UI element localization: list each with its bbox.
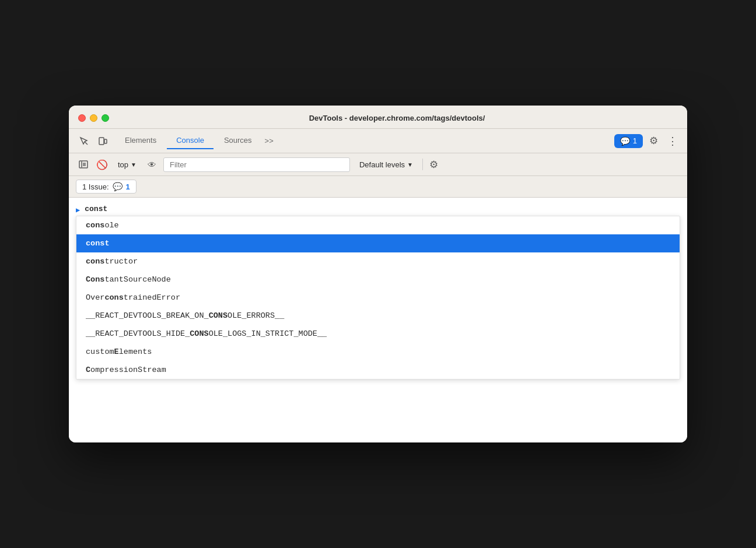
- match-text: CONS: [190, 329, 208, 338]
- suffix-text: ole: [104, 221, 118, 230]
- autocomplete-item-customelements[interactable]: customElements: [76, 343, 680, 361]
- suffix-text: tructor: [104, 257, 138, 266]
- issues-bar: 1 Issue: 💬 1: [69, 176, 687, 198]
- close-button[interactable]: [78, 114, 86, 122]
- tab-list: Elements Console Sources >>: [116, 132, 276, 149]
- tab-sources[interactable]: Sources: [215, 132, 261, 149]
- svg-line-0: [85, 142, 88, 145]
- issue-badge[interactable]: 💬 1: [614, 134, 643, 148]
- console-arrow-icon: ▶: [76, 206, 80, 215]
- suffix-text: ompressionStream: [90, 366, 166, 374]
- inspect-element-button[interactable]: [76, 133, 92, 149]
- window-title: DevTools - developer.chrome.com/tags/dev…: [116, 114, 678, 122]
- console-input-line: ▶ const: [69, 203, 687, 216]
- issue-icon: 💬: [620, 136, 630, 146]
- issue-count: 1: [633, 136, 637, 145]
- minimize-button[interactable]: [90, 114, 97, 122]
- clear-console-button[interactable]: 🚫: [94, 157, 110, 172]
- console-input-text: const: [85, 205, 107, 213]
- svg-rect-2: [104, 139, 107, 143]
- issues-button[interactable]: 1 Issue: 💬 1: [76, 180, 136, 194]
- secondary-toolbar: 🚫 top ▼ 👁 Default levels ▼ ⚙: [69, 153, 687, 176]
- match-text: const: [86, 239, 110, 248]
- autocomplete-item-const[interactable]: const: [76, 234, 680, 252]
- autocomplete-item-console[interactable]: console: [76, 216, 680, 234]
- device-toolbar-button[interactable]: [94, 133, 111, 149]
- log-levels-label: Default levels: [359, 160, 405, 169]
- show-sidebar-button[interactable]: [76, 157, 91, 172]
- autocomplete-item-compressionstream[interactable]: CompressionStream: [76, 361, 680, 379]
- autocomplete-item-constructor[interactable]: constructor: [76, 252, 680, 271]
- issues-badge-icon: 💬: [113, 182, 123, 191]
- prefix-normal-text: Over: [86, 293, 104, 302]
- devtools-toolbar: Elements Console Sources >> 💬 1 ⚙ ⋮: [69, 129, 687, 153]
- toolbar-divider: [422, 159, 423, 170]
- suffix-text: trainedError: [124, 293, 180, 302]
- match-text: E: [114, 347, 119, 356]
- filter-input[interactable]: [163, 157, 350, 172]
- devtools-window: DevTools - developer.chrome.com/tags/dev…: [69, 106, 687, 442]
- match-text: Cons: [86, 275, 104, 284]
- autocomplete-item-react-break[interactable]: __REACT_DEVTOOLS_BREAK_ON_CONSOLE_ERRORS…: [76, 307, 680, 325]
- match-text: C: [86, 366, 90, 374]
- svg-rect-1: [99, 138, 104, 145]
- prefix-normal-text: custom: [86, 347, 114, 356]
- suffix-text: tantSourceNode: [104, 275, 170, 284]
- autocomplete-item-overconstrainederror[interactable]: OverconstrainedError: [76, 289, 680, 307]
- tab-elements[interactable]: Elements: [116, 132, 166, 149]
- context-label: top: [118, 160, 128, 169]
- prefix-normal-text: __REACT_DEVTOOLS_HIDE_: [86, 329, 190, 338]
- tab-console[interactable]: Console: [167, 132, 214, 149]
- filter-wrapper: [163, 157, 350, 172]
- settings-button[interactable]: ⚙: [645, 133, 662, 149]
- match-text: cons: [104, 293, 123, 302]
- issues-badge-count: 1: [126, 182, 130, 191]
- log-levels-arrow-icon: ▼: [407, 161, 413, 168]
- title-bar: DevTools - developer.chrome.com/tags/dev…: [69, 106, 687, 129]
- console-settings-button[interactable]: ⚙: [426, 157, 442, 172]
- match-text: CONS: [209, 311, 228, 320]
- autocomplete-item-react-hide[interactable]: __REACT_DEVTOOLS_HIDE_CONSOLE_LOGS_IN_ST…: [76, 325, 680, 343]
- more-tabs-button[interactable]: >>: [262, 133, 276, 149]
- suffix-text: OLE_LOGS_IN_STRICT_MODE__: [209, 329, 327, 338]
- autocomplete-item-constantsourcenode[interactable]: ConstantSourceNode: [76, 271, 680, 289]
- live-expressions-button[interactable]: 👁: [145, 157, 160, 172]
- dropdown-arrow-icon: ▼: [131, 161, 136, 168]
- prefix-normal-text: __REACT_DEVTOOLS_BREAK_ON_: [86, 311, 209, 320]
- suffix-text: lements: [119, 347, 152, 356]
- context-selector[interactable]: top ▼: [113, 159, 141, 171]
- autocomplete-dropdown: console const constructor ConstantSource…: [76, 216, 680, 380]
- more-options-button[interactable]: ⋮: [664, 133, 680, 149]
- traffic-lights: [78, 114, 109, 122]
- suffix-text: OLE_ERRORS__: [228, 311, 284, 320]
- match-text: cons: [86, 257, 104, 266]
- match-text: cons: [86, 221, 104, 230]
- console-content: ▶ const console const constructor Consta…: [69, 198, 687, 442]
- log-levels-button[interactable]: Default levels ▼: [354, 158, 419, 171]
- maximize-button[interactable]: [102, 114, 109, 122]
- issues-label: 1 Issue:: [82, 182, 109, 191]
